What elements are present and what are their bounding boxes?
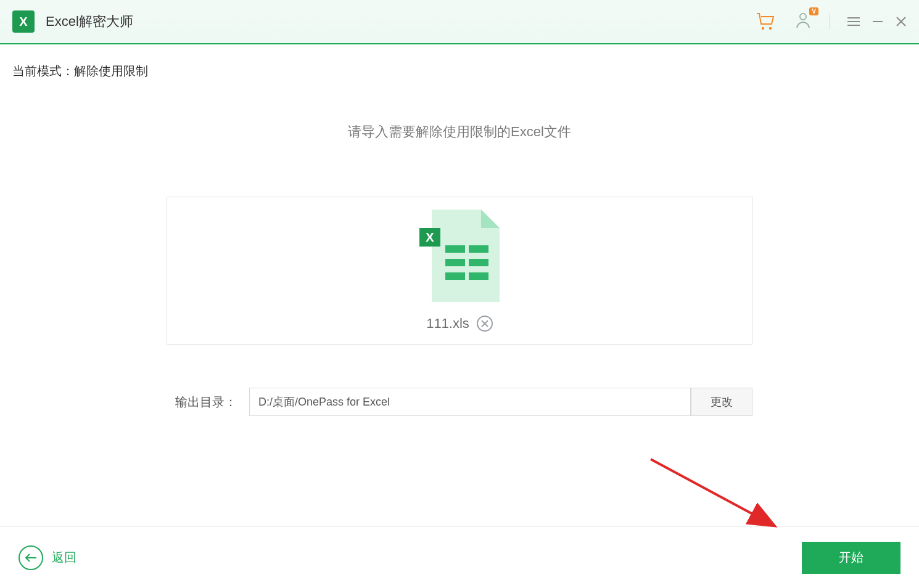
file-dropzone[interactable]: X 111.xls [167, 197, 752, 345]
file-name: 111.xls [426, 316, 469, 332]
remove-file-button[interactable] [477, 316, 493, 332]
svg-rect-10 [469, 245, 488, 253]
app-title: Excel解密大师 [46, 12, 133, 31]
import-instruction: 请导入需要解除使用限制的Excel文件 [12, 123, 907, 141]
svg-point-1 [769, 27, 772, 30]
current-mode: 当前模式：解除使用限制 [12, 63, 907, 80]
output-path-input[interactable] [249, 388, 691, 416]
svg-rect-14 [469, 272, 488, 280]
window-controls [847, 16, 907, 27]
start-button[interactable]: 开始 [802, 542, 900, 574]
footer: 返回 开始 [0, 526, 919, 588]
close-button[interactable] [896, 16, 907, 27]
svg-text:X: X [426, 231, 434, 244]
vip-badge: V [809, 7, 818, 15]
mode-value: 解除使用限制 [74, 64, 148, 78]
back-arrow-icon [19, 545, 43, 570]
svg-line-20 [651, 459, 771, 524]
menu-icon[interactable] [847, 17, 860, 27]
back-button[interactable]: 返回 [19, 545, 76, 570]
svg-rect-11 [445, 259, 465, 266]
mode-prefix: 当前模式： [12, 64, 74, 78]
titlebar-divider [830, 14, 830, 30]
cart-icon[interactable] [756, 12, 777, 31]
minimize-button[interactable] [872, 16, 883, 27]
back-label: 返回 [52, 549, 76, 566]
svg-point-2 [800, 14, 806, 20]
file-name-row: 111.xls [426, 316, 493, 332]
main-content: 当前模式：解除使用限制 请导入需要解除使用限制的Excel文件 X 111.xl… [0, 44, 919, 416]
output-row: 输出目录： 更改 [167, 388, 752, 416]
excel-file-icon: X [419, 210, 500, 304]
titlebar: X Excel解密大师 V [0, 0, 919, 44]
svg-point-0 [762, 27, 764, 30]
output-label: 输出目录： [167, 394, 237, 410]
annotation-arrow [648, 456, 783, 536]
excel-app-icon: X [12, 10, 35, 33]
svg-rect-12 [469, 259, 488, 266]
titlebar-right: V [756, 11, 907, 32]
user-icon[interactable]: V [794, 11, 812, 32]
change-output-button[interactable]: 更改 [691, 388, 752, 416]
svg-rect-9 [445, 245, 465, 253]
svg-rect-13 [445, 272, 465, 280]
